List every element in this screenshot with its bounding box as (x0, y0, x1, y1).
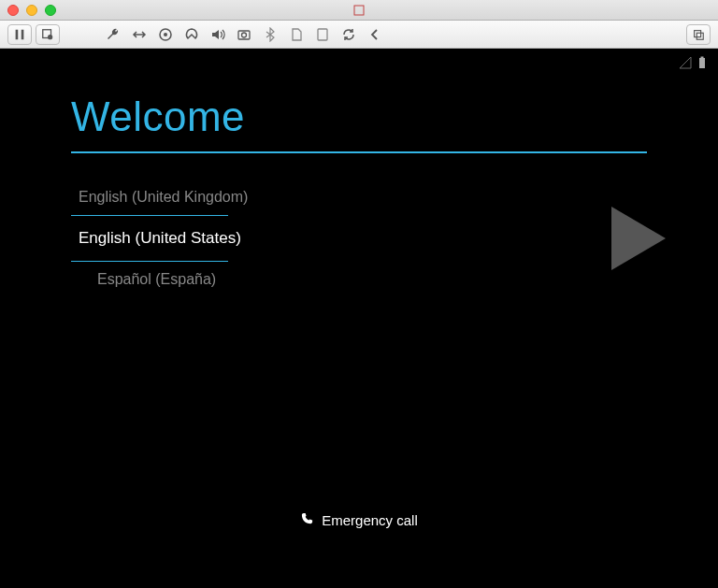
svg-point-4 (48, 35, 52, 39)
title-divider (71, 151, 647, 153)
language-option-next[interactable]: Español (España) (71, 262, 295, 297)
back-icon[interactable] (366, 26, 383, 43)
storage-icon[interactable] (314, 26, 331, 43)
svg-point-6 (164, 33, 167, 36)
svg-rect-7 (238, 31, 250, 39)
svg-rect-1 (16, 29, 19, 39)
cellular-icon[interactable] (183, 26, 200, 43)
language-option-selected[interactable]: English (United States) (71, 216, 295, 261)
close-window-button[interactable] (7, 5, 19, 16)
resize-icon[interactable] (131, 26, 148, 43)
wrench-icon[interactable] (105, 26, 122, 43)
gps-icon[interactable] (157, 26, 174, 43)
macos-titlebar (0, 0, 718, 21)
svg-rect-10 (695, 30, 701, 36)
pause-button[interactable] (7, 24, 32, 45)
svg-rect-0 (354, 6, 364, 15)
window-controls (7, 5, 56, 16)
minimize-window-button[interactable] (26, 5, 37, 16)
android-status-bar (679, 56, 709, 73)
emergency-call-button[interactable]: Emergency call (0, 511, 718, 528)
signal-icon (679, 56, 692, 73)
svg-point-8 (242, 33, 247, 37)
play-icon (611, 207, 666, 270)
refresh-icon[interactable] (340, 26, 357, 43)
welcome-title: Welcome (71, 93, 647, 140)
language-option-prev[interactable]: English (United Kingdom) (71, 179, 295, 215)
bluetooth-icon[interactable] (262, 26, 279, 43)
device-screen: Welcome English (United Kingdom) English… (0, 49, 718, 588)
language-picker[interactable]: English (United Kingdom) English (United… (71, 179, 295, 297)
svg-rect-2 (22, 29, 24, 39)
svg-rect-13 (701, 57, 704, 59)
emergency-call-label: Emergency call (322, 512, 418, 528)
volume-icon[interactable] (209, 26, 226, 43)
svg-rect-9 (318, 29, 327, 40)
svg-rect-11 (696, 33, 703, 39)
multiwindow-button[interactable] (686, 24, 711, 45)
svg-rect-12 (699, 58, 705, 68)
emulator-toolbar (0, 21, 718, 49)
phone-icon (300, 511, 314, 528)
maximize-window-button[interactable] (45, 5, 56, 16)
title-app-icon (353, 5, 365, 16)
battery-icon (696, 56, 709, 73)
sd-card-icon[interactable] (288, 26, 305, 43)
camera-icon[interactable] (236, 26, 252, 43)
snapshot-button[interactable] (36, 24, 60, 45)
continue-button[interactable] (611, 207, 666, 270)
